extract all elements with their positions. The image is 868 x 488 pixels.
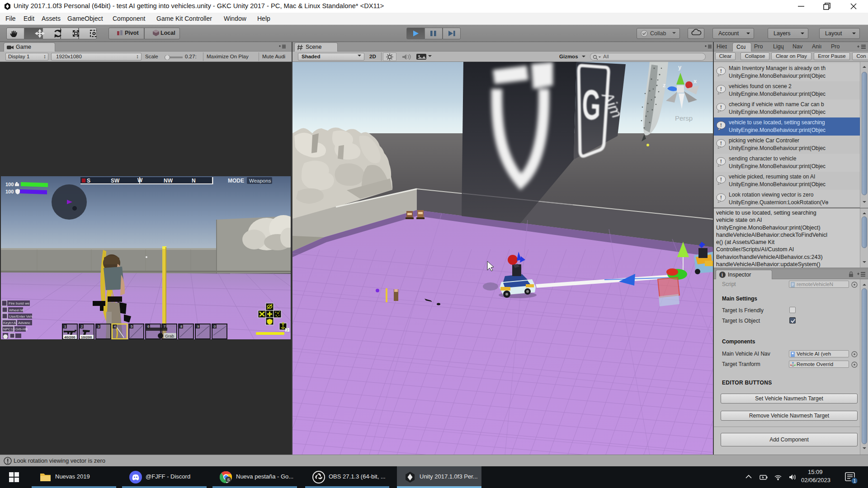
svg-text:1: 1: [64, 324, 66, 328]
svg-text:Grab: Grab: [165, 334, 174, 338]
svg-text:Fire burst we: Fire burst we: [9, 301, 30, 305]
svg-text:N: N: [192, 178, 196, 184]
svg-text:S: S: [87, 178, 90, 184]
svg-text:!: !: [720, 86, 722, 92]
svg-text:Persp: Persp: [675, 114, 693, 122]
svg-text:SW: SW: [111, 178, 120, 184]
svg-text:4: 4: [114, 324, 116, 328]
svg-text:MODE: MODE: [228, 178, 244, 184]
svg-text:10/200: 10/200: [81, 335, 92, 339]
svg-text:100: 100: [5, 189, 14, 194]
svg-text:z: z: [663, 82, 666, 89]
svg-text:2: 2: [81, 324, 83, 328]
svg-text:Advanc: Advanc: [18, 321, 30, 325]
svg-text:Keyb+A: Keyb+A: [3, 321, 16, 325]
svg-text:8: 8: [180, 324, 182, 328]
svg-text:0: 0: [214, 324, 216, 328]
svg-text:NW: NW: [164, 178, 173, 184]
svg-text:W: W: [137, 177, 143, 183]
svg-text:G: G: [582, 80, 601, 129]
svg-text:!: !: [720, 195, 722, 200]
svg-text:Wheel M: Wheel M: [9, 308, 24, 312]
svg-text:S: S: [227, 478, 230, 482]
svg-text:!: !: [720, 104, 722, 110]
svg-text:!: !: [720, 141, 722, 146]
svg-text:1: 1: [854, 479, 856, 483]
svg-text:Weapons: Weapons: [249, 178, 271, 183]
svg-text:Use/Enter Veh: Use/Enter Veh: [9, 314, 33, 319]
svg-text:9: 9: [197, 324, 199, 328]
svg-text:40/200: 40/200: [64, 335, 75, 339]
svg-text:5: 5: [131, 324, 132, 328]
svg-text:!: !: [720, 159, 722, 164]
svg-text:i: i: [722, 272, 723, 277]
svg-text:100: 100: [5, 182, 14, 187]
svg-text:3: 3: [98, 324, 99, 328]
svg-text:x: x: [693, 78, 697, 84]
svg-text:y: y: [678, 64, 682, 70]
svg-text:Grb-HB: Grb-HB: [15, 327, 28, 331]
svg-text:!: !: [720, 68, 722, 74]
svg-text:!: !: [720, 122, 722, 128]
svg-text:!: !: [720, 177, 722, 182]
svg-text:NPC13: NPC13: [3, 327, 15, 331]
